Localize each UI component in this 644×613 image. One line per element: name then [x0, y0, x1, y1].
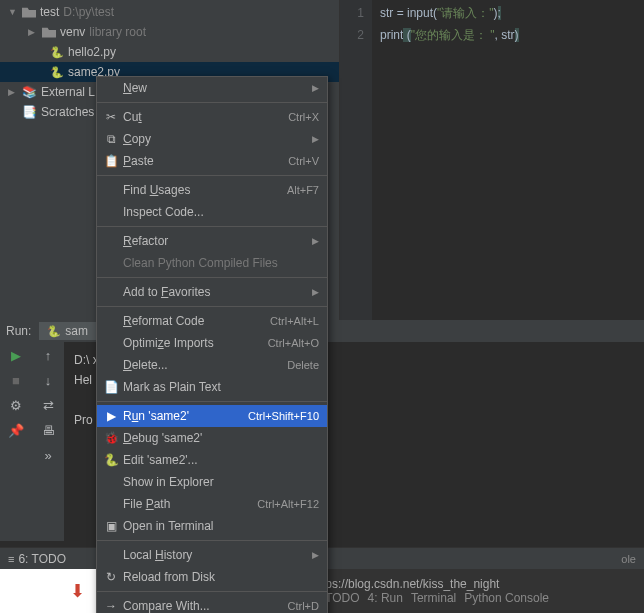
menu-label: Compare With... [119, 599, 288, 613]
submenu-arrow-icon: ▶ [312, 236, 319, 246]
run-toolbar-left: ▶ ■ ⚙ 📌 [0, 342, 32, 541]
scratch-icon: 📑 [22, 105, 37, 119]
menu-separator [97, 540, 327, 541]
project-root[interactable]: ▼ test D:\py\test [0, 2, 339, 22]
menu-item-copy[interactable]: ⧉Copy▶ [97, 128, 327, 150]
expand-arrow-icon: ▼ [8, 7, 18, 17]
submenu-arrow-icon: ▶ [312, 287, 319, 297]
menu-label: Open in Terminal [119, 519, 319, 533]
menu-item-open-in-terminal[interactable]: ▣Open in Terminal [97, 515, 327, 537]
library-icon: 📚 [22, 85, 37, 99]
menu-shortcut: Delete [287, 359, 319, 371]
menu-label: Cut [119, 110, 288, 124]
menu-item-find-usages[interactable]: Find UsagesAlt+F7 [97, 179, 327, 201]
todo-tab[interactable]: ≡ 6: TODO [8, 552, 66, 566]
menu-separator [97, 102, 327, 103]
stop-icon[interactable]: ■ [12, 373, 20, 388]
menu-item-clean-python-compiled-files: Clean Python Compiled Files [97, 252, 327, 274]
menu-shortcut: Alt+F7 [287, 184, 319, 196]
run-tab[interactable]: sam [39, 322, 96, 340]
menu-label: Debug 'same2' [119, 431, 319, 445]
down-icon[interactable]: ↓ [45, 373, 52, 388]
menu-separator [97, 306, 327, 307]
menu-item-local-history[interactable]: Local History▶ [97, 544, 327, 566]
code-editor[interactable]: 1 2 str = input("请输入：");print ("您的输入是： "… [340, 0, 644, 340]
menu-icon: ⧉ [103, 132, 119, 146]
menu-label: File Path [119, 497, 257, 511]
menu-icon: 📋 [103, 154, 119, 168]
menu-shortcut: Ctrl+Alt+F12 [257, 498, 319, 510]
menu-label: Mark as Plain Text [119, 380, 319, 394]
venv-hint: library root [89, 25, 146, 39]
more-icon[interactable]: » [44, 448, 51, 463]
python-file-icon [47, 324, 61, 338]
menu-item-show-in-explorer[interactable]: Show in Explorer [97, 471, 327, 493]
menu-label: Run 'same2' [119, 409, 248, 423]
menu-item-paste[interactable]: 📋PasteCtrl+V [97, 150, 327, 172]
menu-shortcut: Ctrl+V [288, 155, 319, 167]
menu-label: Add to Favorites [119, 285, 312, 299]
run-icon[interactable]: ▶ [11, 348, 21, 363]
menu-item-compare-with[interactable]: →Compare With...Ctrl+D [97, 595, 327, 613]
menu-item-reformat-code[interactable]: Reformat CodeCtrl+Alt+L [97, 310, 327, 332]
print-icon[interactable]: 🖶 [42, 423, 55, 438]
menu-item-inspect-code[interactable]: Inspect Code... [97, 201, 327, 223]
settings-icon[interactable]: ⚙ [10, 398, 22, 413]
menu-item-add-to-favorites[interactable]: Add to Favorites▶ [97, 281, 327, 303]
menu-shortcut: Ctrl+D [288, 600, 319, 612]
watermark: https://blog.csdn.net/kiss_the_night [312, 577, 636, 591]
menu-item-cut[interactable]: ✂CutCtrl+X [97, 106, 327, 128]
overlay-strip: https://blog.csdn.net/kiss_the_night 6: … [304, 569, 644, 613]
file-hello2[interactable]: hello2.py [0, 42, 339, 62]
menu-separator [97, 591, 327, 592]
menu-icon: 📄 [103, 380, 119, 394]
venv-folder[interactable]: ▶ venv library root [0, 22, 339, 42]
menu-icon: 🐍 [103, 453, 119, 467]
submenu-arrow-icon: ▶ [312, 550, 319, 560]
menu-icon: ▣ [103, 519, 119, 533]
wrap-icon[interactable]: ⇄ [43, 398, 54, 413]
menu-item-new[interactable]: New▶ [97, 77, 327, 99]
download-icon[interactable]: ⬇ [70, 580, 85, 602]
menu-icon: ✂ [103, 110, 119, 124]
menu-separator [97, 277, 327, 278]
menu-label: Optimize Imports [119, 336, 268, 350]
line-gutter: 1 2 [340, 0, 372, 340]
menu-item-edit-same2[interactable]: 🐍Edit 'same2'... [97, 449, 327, 471]
menu-item-refactor[interactable]: Refactor▶ [97, 230, 327, 252]
menu-item-run-same2[interactable]: ▶Run 'same2'Ctrl+Shift+F10 [97, 405, 327, 427]
menu-label: Delete... [119, 358, 287, 372]
menu-label: Clean Python Compiled Files [119, 256, 319, 270]
menu-item-mark-as-plain-text[interactable]: 📄Mark as Plain Text [97, 376, 327, 398]
menu-item-optimize-imports[interactable]: Optimize ImportsCtrl+Alt+O [97, 332, 327, 354]
menu-separator [97, 175, 327, 176]
collapse-arrow-icon: ▶ [28, 27, 38, 37]
menu-item-reload-from-disk[interactable]: ↻Reload from Disk [97, 566, 327, 588]
menu-label: Reformat Code [119, 314, 270, 328]
menu-label: Reload from Disk [119, 570, 319, 584]
submenu-arrow-icon: ▶ [312, 134, 319, 144]
menu-separator [97, 226, 327, 227]
menu-shortcut: Ctrl+Alt+O [268, 337, 319, 349]
menu-shortcut: Ctrl+Alt+L [270, 315, 319, 327]
menu-label: Edit 'same2'... [119, 453, 319, 467]
run-label: Run: [6, 324, 31, 338]
menu-label: Inspect Code... [119, 205, 319, 219]
menu-item-delete[interactable]: Delete...Delete [97, 354, 327, 376]
menu-icon: 🐞 [103, 431, 119, 445]
venv-label: venv [60, 25, 85, 39]
menu-label: Show in Explorer [119, 475, 319, 489]
pin-icon[interactable]: 📌 [8, 423, 24, 438]
menu-label: Find Usages [119, 183, 287, 197]
menu-item-debug-same2[interactable]: 🐞Debug 'same2' [97, 427, 327, 449]
project-name: test [40, 5, 59, 19]
menu-shortcut: Ctrl+X [288, 111, 319, 123]
menu-item-file-path[interactable]: File PathCtrl+Alt+F12 [97, 493, 327, 515]
menu-label: Local History [119, 548, 312, 562]
menu-label: Paste [119, 154, 288, 168]
context-menu[interactable]: New▶✂CutCtrl+X⧉Copy▶📋PasteCtrl+VFind Usa… [96, 76, 328, 613]
collapse-arrow-icon: ▶ [8, 87, 18, 97]
menu-label: New [119, 81, 312, 95]
menu-separator [97, 401, 327, 402]
up-icon[interactable]: ↑ [45, 348, 52, 363]
